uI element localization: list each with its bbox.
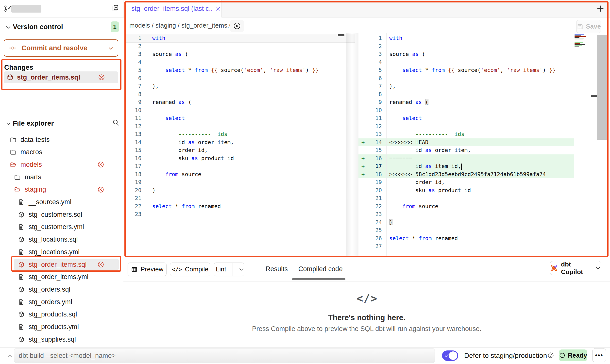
version-control-title[interactable]: Version control bbox=[13, 23, 63, 31]
file-tree-item-staging[interactable]: staging bbox=[0, 183, 123, 196]
compile-button[interactable]: </> Compile bbox=[170, 263, 210, 276]
file-tree-item-marts[interactable]: marts bbox=[0, 171, 123, 183]
code-line-16[interactable]: +16======= bbox=[358, 154, 574, 163]
minimap[interactable] bbox=[575, 34, 589, 48]
code-line-15[interactable]: 15 order_id, bbox=[124, 146, 355, 154]
code-line-11[interactable]: 11 select bbox=[124, 114, 355, 122]
file-tree-item-__sources.yml[interactable]: __sources.yml bbox=[0, 196, 123, 208]
command-input[interactable]: dbt build --select <model_name> bbox=[14, 348, 435, 363]
code-line-7[interactable]: 7), bbox=[358, 82, 574, 90]
code-line-10[interactable]: 10 bbox=[124, 106, 355, 115]
discard-change-icon[interactable] bbox=[97, 261, 104, 268]
code-line-12[interactable]: 12 bbox=[358, 122, 574, 131]
code-line-26[interactable]: 26select * from renamed bbox=[358, 234, 574, 243]
left-scrollbar-thumb[interactable] bbox=[338, 34, 344, 36]
code-line-5[interactable]: 5 select * from {{ source('ecom', 'raw_i… bbox=[124, 66, 355, 74]
code-line-27[interactable]: 27 bbox=[358, 242, 574, 250]
copy-docs-icon[interactable] bbox=[111, 4, 119, 12]
file-tree-item-stg_order_items.sql[interactable]: stg_order_items.sql bbox=[0, 258, 123, 271]
changed-file-row[interactable]: stg_order_items.sql bbox=[4, 71, 118, 83]
code-line-10[interactable]: 10 bbox=[358, 106, 574, 115]
code-line-6[interactable]: 6 bbox=[358, 74, 574, 83]
code-panel-right[interactable]: 1with23source as (45 select * from {{ so… bbox=[358, 33, 574, 256]
code-line-23[interactable]: 23 bbox=[124, 210, 355, 218]
file-tree-item-stg_order_items.yml[interactable]: stg_order_items.yml bbox=[0, 271, 123, 283]
file-tree-item-stg_orders.yml[interactable]: stg_orders.yml bbox=[0, 296, 123, 308]
code-line-3[interactable]: 3source as ( bbox=[358, 50, 574, 58]
new-tab-icon[interactable] bbox=[596, 4, 605, 13]
chevron-down-icon[interactable] bbox=[5, 24, 12, 31]
right-scrollbar-thumb[interactable] bbox=[597, 35, 608, 140]
save-button[interactable]: Save bbox=[576, 20, 601, 33]
code-panel-left[interactable]: 1with23source as (45 select * from {{ so… bbox=[124, 33, 355, 256]
tab-results[interactable]: Results bbox=[266, 262, 288, 276]
file-explorer-title[interactable]: File explorer bbox=[13, 119, 54, 127]
code-line-4[interactable]: 4 bbox=[124, 58, 355, 66]
file-tree-item-stg_products.sql[interactable]: stg_products.sql bbox=[0, 308, 123, 321]
lineage-compass-icon[interactable] bbox=[230, 20, 244, 32]
code-line-13[interactable]: 13 ---------- ids bbox=[358, 130, 574, 138]
code-line-5[interactable]: 5 select * from {{ source('ecom', 'raw_i… bbox=[358, 66, 574, 74]
code-line-2[interactable]: 2 bbox=[358, 42, 574, 50]
more-options-button[interactable]: ••• bbox=[592, 348, 606, 362]
code-line-19[interactable]: 19 bbox=[124, 178, 355, 186]
code-line-9[interactable]: 9renamed as ( bbox=[124, 98, 355, 106]
code-line-1[interactable]: 1with bbox=[124, 34, 355, 42]
code-line-22[interactable]: 22select * from renamed bbox=[124, 202, 355, 211]
code-line-18[interactable]: 18 from source bbox=[124, 170, 355, 179]
code-line-20[interactable]: 20 sku as product_id bbox=[358, 186, 574, 195]
file-tree-item-stg_locations.sql[interactable]: stg_locations.sql bbox=[0, 233, 123, 246]
commit-and-resolve-button[interactable]: Commit and resolve bbox=[4, 39, 118, 57]
code-line-18[interactable]: +18>>>>>>> 58c1dd23d5eebd9cd2495fa7124ab… bbox=[358, 170, 574, 179]
file-tree-item-stg_orders.sql[interactable]: stg_orders.sql bbox=[0, 283, 123, 296]
discard-change-icon[interactable] bbox=[98, 74, 105, 81]
code-line-11[interactable]: 11 select bbox=[358, 114, 574, 122]
file-tree-item-stg_supplies.sql[interactable]: stg_supplies.sql bbox=[0, 333, 123, 346]
code-line-20[interactable]: 20) bbox=[124, 186, 355, 195]
discard-change-icon[interactable] bbox=[97, 161, 104, 168]
code-line-13[interactable]: 13 ---------- ids bbox=[124, 130, 355, 138]
code-line-25[interactable]: 25 bbox=[358, 226, 574, 234]
file-tree-item-macros[interactable]: macros bbox=[0, 146, 123, 158]
close-icon[interactable] bbox=[215, 6, 221, 12]
code-line-12[interactable]: 12 bbox=[124, 122, 355, 131]
file-tree-item-stg_customers.sql[interactable]: stg_customers.sql bbox=[0, 208, 123, 221]
tab-stg-order-items[interactable]: stg_order_items.sql (last c... bbox=[124, 0, 222, 17]
file-tree-item-data-tests[interactable]: data-tests bbox=[0, 133, 123, 146]
code-line-8[interactable]: 8 bbox=[358, 90, 574, 99]
code-line-2[interactable]: 2 bbox=[124, 42, 355, 50]
file-tree-item-stg_products.yml[interactable]: stg_products.yml bbox=[0, 321, 123, 333]
chevron-down-icon[interactable] bbox=[236, 266, 247, 273]
code-line-8[interactable]: 8 bbox=[124, 90, 355, 99]
code-line-22[interactable]: 22 from source bbox=[358, 202, 574, 211]
search-icon[interactable] bbox=[112, 119, 119, 126]
code-line-17[interactable]: 17 bbox=[124, 162, 355, 170]
dbt-copilot-button[interactable]: dbt Copilot bbox=[550, 261, 601, 275]
file-tree-item-models[interactable]: models bbox=[0, 158, 123, 171]
code-line-24[interactable]: 24) bbox=[358, 218, 574, 227]
code-line-1[interactable]: 1with bbox=[358, 34, 574, 42]
code-line-4[interactable]: 4 bbox=[358, 58, 574, 66]
code-line-17[interactable]: +17 id as item_id, bbox=[358, 162, 574, 170]
preview-button[interactable]: Preview bbox=[128, 263, 167, 276]
code-line-6[interactable]: 6 bbox=[124, 74, 355, 83]
file-tree-item-stg_customers.yml[interactable]: stg_customers.yml bbox=[0, 221, 123, 233]
code-line-7[interactable]: 7), bbox=[124, 82, 355, 90]
code-line-23[interactable]: 23 bbox=[358, 210, 574, 218]
lint-button[interactable]: Lint bbox=[214, 263, 244, 276]
chevron-down-icon[interactable] bbox=[5, 120, 12, 127]
discard-change-icon[interactable] bbox=[97, 186, 104, 193]
tab-compiled-code[interactable]: Compiled code bbox=[298, 262, 343, 276]
code-line-21[interactable]: 21 bbox=[124, 194, 355, 202]
code-line-15[interactable]: 15 id as order_item, bbox=[358, 146, 574, 154]
code-line-16[interactable]: 16 sku as product_id bbox=[124, 154, 355, 163]
code-line-21[interactable]: 21 bbox=[358, 194, 574, 202]
code-line-9[interactable]: 9renamed as ( bbox=[358, 98, 574, 106]
chevron-up-icon[interactable] bbox=[6, 352, 13, 359]
code-line-14[interactable]: +14<<<<<<< HEAD bbox=[358, 138, 574, 147]
help-icon[interactable] bbox=[547, 352, 554, 359]
code-line-14[interactable]: 14 id as order_item, bbox=[124, 138, 355, 147]
defer-toggle[interactable] bbox=[442, 350, 458, 361]
file-tree-item-stg_locations.yml[interactable]: stg_locations.yml bbox=[0, 246, 123, 258]
code-line-19[interactable]: 19 order_id, bbox=[358, 178, 574, 186]
